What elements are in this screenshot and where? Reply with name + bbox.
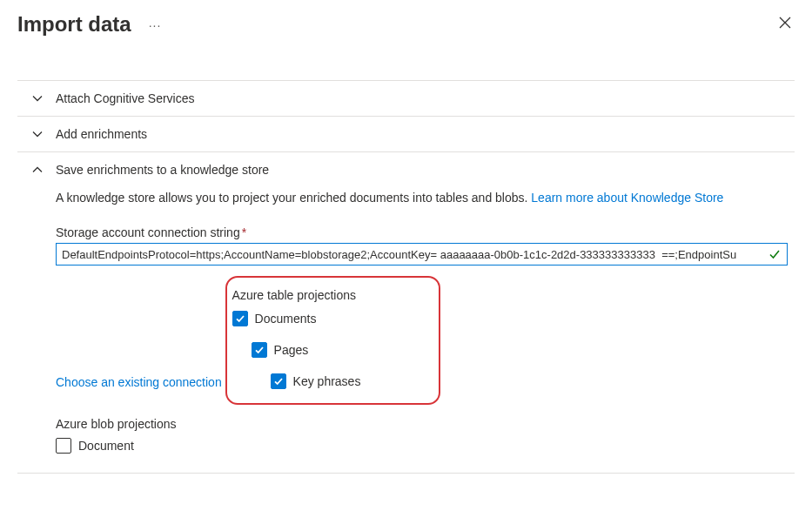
blob-projections-group: Azure blob projections Document [56,417,781,454]
checkbox-key-phrases[interactable] [271,373,286,389]
header-row: Import data ··· [17,12,795,37]
accordion-attach-cognitive-services: Attach Cognitive Services [17,80,795,116]
connection-string-label-text: Storage account connection string [56,225,240,239]
checkbox-row-documents: Documents [232,311,361,326]
checkbox-label-key-phrases: Key phrases [293,374,361,388]
close-icon[interactable] [775,13,795,36]
page-title: Import data [17,12,131,37]
blob-projections-heading: Azure blob projections [56,417,781,431]
checkbox-document[interactable] [56,438,71,454]
required-indicator: * [242,225,246,239]
accordion-title-knowledge: Save enrichments to a knowledge store [56,163,269,177]
table-projections-highlight: Azure table projections Documents Pages [225,276,441,405]
table-projections-heading: Azure table projections [232,288,361,302]
chevron-down-icon [31,92,44,104]
accordion-add-enrichments: Add enrichments [17,116,795,151]
checkbox-pages[interactable] [252,342,267,358]
checkbox-label-documents: Documents [255,312,317,326]
chevron-down-icon [31,128,44,140]
accordion-knowledge-store: Save enrichments to a knowledge store A … [17,151,795,474]
accordion-header-enrich[interactable]: Add enrichments [17,117,795,151]
checkbox-documents[interactable] [232,311,248,326]
accordion-title-enrich: Add enrichments [56,127,147,141]
more-actions-button[interactable]: ··· [149,18,162,32]
connection-string-label: Storage account connection string* [56,225,781,239]
checkbox-label-pages: Pages [274,343,309,357]
checkbox-row-key-phrases: Key phrases [271,373,361,389]
chevron-up-icon [31,164,44,176]
choose-existing-connection-link[interactable]: Choose an existing connection [56,375,222,389]
knowledge-store-description: A knowledge store allows you to project … [56,191,781,205]
checkbox-row-document: Document [56,438,781,454]
accordion-header-attach[interactable]: Attach Cognitive Services [17,81,795,116]
description-text: A knowledge store allows you to project … [56,191,531,205]
connection-string-input[interactable] [56,243,788,266]
accordion-title-attach: Attach Cognitive Services [56,91,195,105]
learn-more-link[interactable]: Learn more about Knowledge Store [531,191,723,205]
checkbox-row-pages: Pages [252,342,361,358]
accordion-header-knowledge[interactable]: Save enrichments to a knowledge store [17,152,795,187]
knowledge-store-body: A knowledge store allows you to project … [17,187,795,473]
checkbox-label-document: Document [78,439,134,453]
